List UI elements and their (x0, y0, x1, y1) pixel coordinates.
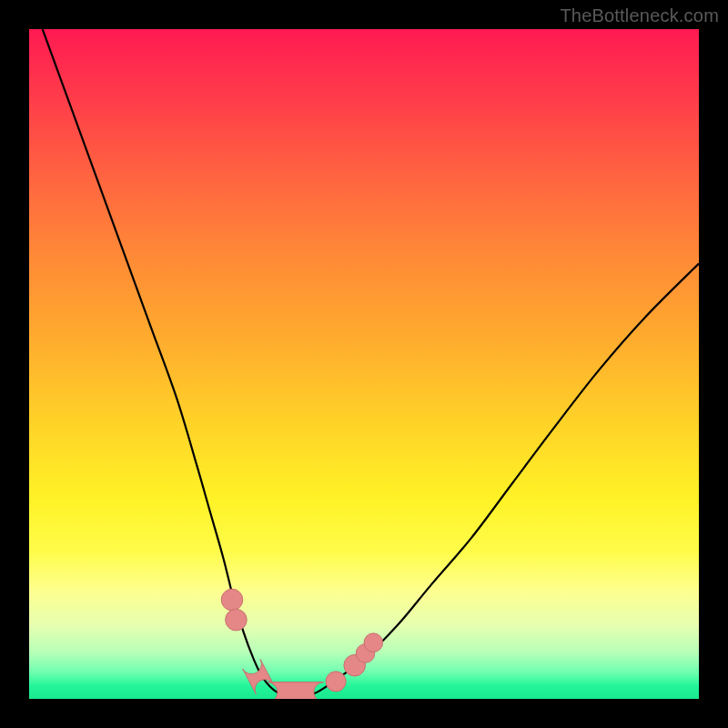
data-markers (221, 589, 382, 699)
watermark-text: TheBottleneck.com (560, 5, 719, 26)
marker-dot (326, 672, 346, 692)
curve-right-branch (297, 264, 699, 699)
marker-dot (364, 633, 383, 652)
chart-svg (29, 29, 699, 699)
marker-pill (243, 660, 274, 694)
outer-frame: TheBottleneck.com (0, 0, 728, 728)
marker-dot (226, 609, 248, 631)
marker-dot (221, 589, 243, 611)
plot-area (29, 29, 699, 699)
curve-left-branch (43, 29, 298, 699)
